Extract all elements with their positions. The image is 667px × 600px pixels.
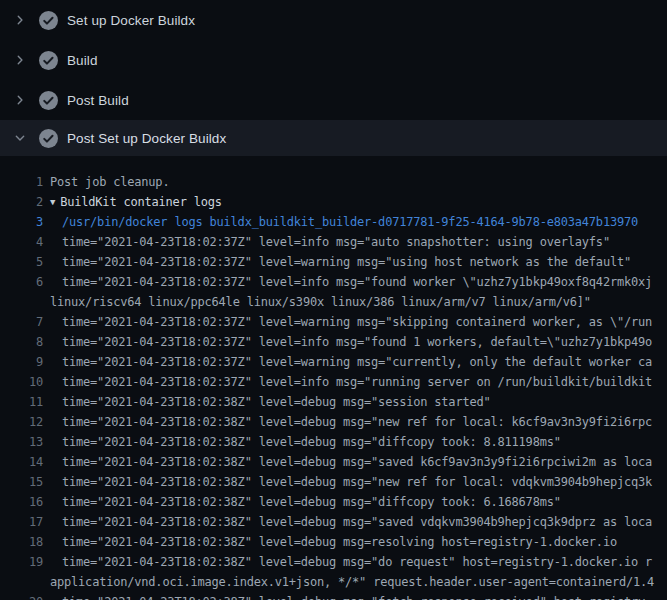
log-line-number[interactable]: 18: [0, 532, 43, 552]
log-line-number[interactable]: 2: [0, 192, 43, 212]
log-line[interactable]: 1Post job cleanup.: [0, 172, 667, 192]
log-line-text: time="2021-04-23T18:02:38Z" level=debug …: [43, 592, 652, 600]
log-line[interactable]: 20time="2021-04-23T18:02:38Z" level=debu…: [0, 592, 667, 600]
actions-log-viewer: Set up Docker BuildxBuildPost BuildPost …: [0, 0, 667, 600]
log-line-number[interactable]: 12: [0, 412, 43, 432]
log-line-text: time="2021-04-23T18:02:38Z" level=debug …: [43, 452, 652, 472]
log-line-number[interactable]: 6: [0, 272, 43, 292]
log-line-number[interactable]: 19: [0, 552, 43, 572]
log-line-text: /usr/bin/docker logs buildx_buildkit_bui…: [43, 212, 638, 232]
log-line[interactable]: linux/riscv64 linux/ppc64le linux/s390x …: [0, 292, 667, 312]
log-line-number[interactable]: 16: [0, 492, 43, 512]
log-line-text: time="2021-04-23T18:02:38Z" level=debug …: [43, 532, 617, 552]
log-line-number[interactable]: 15: [0, 472, 43, 492]
log-line-number[interactable]: 14: [0, 452, 43, 472]
group-expanded-triangle-icon[interactable]: ▼: [50, 192, 55, 212]
log-line-wrap-text: linux/riscv64 linux/ppc64le linux/s390x …: [43, 292, 591, 312]
log-line-number[interactable]: 17: [0, 512, 43, 532]
log-line-text: time="2021-04-23T18:02:38Z" level=debug …: [43, 412, 652, 432]
step-row[interactable]: Set up Docker Buildx: [0, 0, 667, 40]
log-line-text: time="2021-04-23T18:02:37Z" level=info m…: [43, 332, 652, 352]
step-row[interactable]: Post Set up Docker Buildx: [0, 120, 667, 156]
step-title: Post Build: [67, 93, 129, 108]
check-circle-icon: [38, 90, 58, 110]
log-line-number[interactable]: 20: [0, 592, 43, 600]
log-line-text: time="2021-04-23T18:02:38Z" level=debug …: [43, 392, 491, 412]
log-line-text: time="2021-04-23T18:02:38Z" level=debug …: [43, 472, 652, 492]
log-group-toggle[interactable]: ▼BuildKit container logs: [43, 192, 222, 212]
log-line-text: time="2021-04-23T18:02:38Z" level=debug …: [43, 492, 561, 512]
log-line-text: Post job cleanup.: [43, 172, 169, 192]
chevron-right-icon[interactable]: [12, 52, 28, 68]
log-line-text: time="2021-04-23T18:02:37Z" level=info m…: [43, 232, 610, 252]
log-line-number[interactable]: 10: [0, 372, 43, 392]
log-line-text: BuildKit container logs: [60, 195, 222, 209]
log-line-text: time="2021-04-23T18:02:37Z" level=info m…: [43, 272, 652, 292]
log-line[interactable]: 10time="2021-04-23T18:02:37Z" level=info…: [0, 372, 667, 392]
log-line-number[interactable]: 5: [0, 252, 43, 272]
log-line-number[interactable]: 8: [0, 332, 43, 352]
log-line-text: time="2021-04-23T18:02:37Z" level=warnin…: [43, 252, 631, 272]
log-line-number[interactable]: 13: [0, 432, 43, 452]
log-line[interactable]: 4time="2021-04-23T18:02:37Z" level=info …: [0, 232, 667, 252]
log-line-number[interactable]: 1: [0, 172, 43, 192]
log-line-text: time="2021-04-23T18:02:37Z" level=warnin…: [43, 312, 652, 332]
log-line-text: time="2021-04-23T18:02:38Z" level=debug …: [43, 512, 652, 532]
step-title: Set up Docker Buildx: [67, 13, 195, 28]
check-circle-icon: [38, 50, 58, 70]
log-line[interactable]: 13time="2021-04-23T18:02:38Z" level=debu…: [0, 432, 667, 452]
log-line[interactable]: 5time="2021-04-23T18:02:37Z" level=warni…: [0, 252, 667, 272]
log-line[interactable]: 12time="2021-04-23T18:02:38Z" level=debu…: [0, 412, 667, 432]
step-row[interactable]: Post Build: [0, 80, 667, 120]
log-line[interactable]: 11time="2021-04-23T18:02:38Z" level=debu…: [0, 392, 667, 412]
log-line[interactable]: 7time="2021-04-23T18:02:37Z" level=warni…: [0, 312, 667, 332]
log-line-text: time="2021-04-23T18:02:37Z" level=info m…: [43, 372, 652, 392]
log-line[interactable]: 15time="2021-04-23T18:02:38Z" level=debu…: [0, 472, 667, 492]
log-line-text: time="2021-04-23T18:02:38Z" level=debug …: [43, 432, 561, 452]
check-circle-icon: [38, 128, 58, 148]
chevron-right-icon[interactable]: [12, 12, 28, 28]
log-line[interactable]: 3/usr/bin/docker logs buildx_buildkit_bu…: [0, 212, 667, 232]
log-line-number[interactable]: 9: [0, 352, 43, 372]
log-line[interactable]: 14time="2021-04-23T18:02:38Z" level=debu…: [0, 452, 667, 472]
log-line-text: time="2021-04-23T18:02:37Z" level=warnin…: [43, 352, 652, 372]
log-line[interactable]: 2▼BuildKit container logs: [0, 192, 667, 212]
log-line-wrap-text: application/vnd.oci.image.index.v1+json,…: [43, 572, 654, 592]
log-line-number[interactable]: [0, 292, 43, 312]
log-container: 1Post job cleanup.2▼BuildKit container l…: [0, 156, 667, 600]
log-line-number[interactable]: 11: [0, 392, 43, 412]
step-row[interactable]: Build: [0, 40, 667, 80]
log-line[interactable]: 6time="2021-04-23T18:02:37Z" level=info …: [0, 272, 667, 292]
log-line[interactable]: 19time="2021-04-23T18:02:38Z" level=debu…: [0, 552, 667, 572]
steps-list: Set up Docker BuildxBuildPost BuildPost …: [0, 0, 667, 156]
log-line[interactable]: 9time="2021-04-23T18:02:37Z" level=warni…: [0, 352, 667, 372]
log-line[interactable]: 8time="2021-04-23T18:02:37Z" level=info …: [0, 332, 667, 352]
step-title: Post Set up Docker Buildx: [67, 131, 226, 146]
log-line-text: time="2021-04-23T18:02:38Z" level=debug …: [43, 552, 652, 572]
log-line[interactable]: application/vnd.oci.image.index.v1+json,…: [0, 572, 667, 592]
log-line[interactable]: 16time="2021-04-23T18:02:38Z" level=debu…: [0, 492, 667, 512]
log-line-number[interactable]: 3: [0, 212, 43, 232]
log-line-number[interactable]: 4: [0, 232, 43, 252]
log-line-number[interactable]: 7: [0, 312, 43, 332]
log-line[interactable]: 17time="2021-04-23T18:02:38Z" level=debu…: [0, 512, 667, 532]
log-line[interactable]: 18time="2021-04-23T18:02:38Z" level=debu…: [0, 532, 667, 552]
step-title: Build: [67, 53, 98, 68]
chevron-down-icon[interactable]: [12, 130, 28, 146]
check-circle-icon: [38, 10, 58, 30]
chevron-right-icon[interactable]: [12, 92, 28, 108]
log-line-number[interactable]: [0, 572, 43, 592]
